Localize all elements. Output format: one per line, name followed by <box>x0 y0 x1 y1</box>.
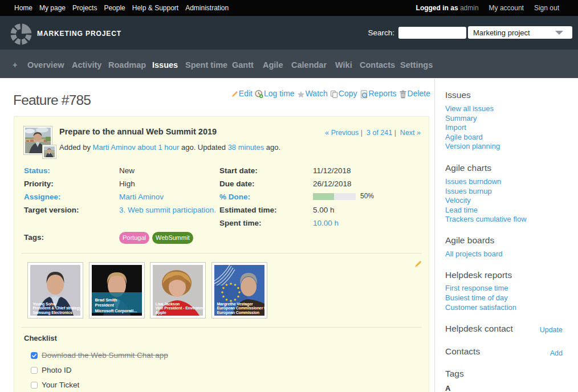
svg-text:Lisa Jackson: Lisa Jackson <box>156 302 180 306</box>
svg-text:Brad Smith: Brad Smith <box>95 297 118 303</box>
svg-text:Vice President - Environm...: Vice President - Environm... <box>156 306 203 310</box>
svg-text:Microsoft Corporati...: Microsoft Corporati... <box>95 308 137 313</box>
svg-text:European Commission: European Commission <box>217 311 259 315</box>
svg-text:Samsung Electronics: Samsung Electronics <box>33 311 72 315</box>
svg-text:President: President <box>95 303 115 308</box>
svg-text:Apple: Apple <box>156 311 166 315</box>
